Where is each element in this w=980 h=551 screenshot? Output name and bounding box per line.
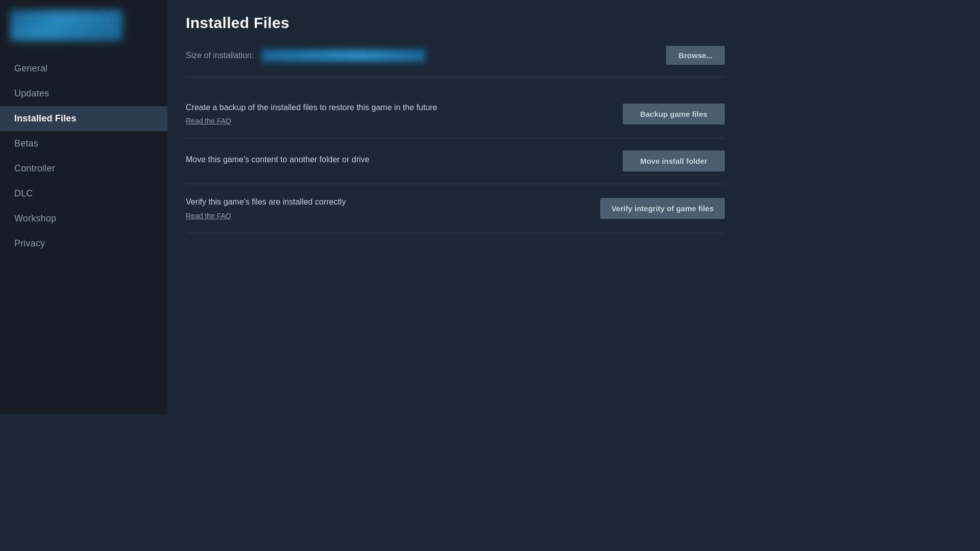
size-row: Size of installation: Browse... (186, 46, 725, 78)
action-description-backup: Create a backup of the installed files t… (186, 102, 610, 113)
action-button-backup[interactable]: Backup game files (623, 104, 725, 124)
sidebar: GeneralUpdatesInstalled FilesBetasContro… (0, 0, 167, 414)
action-button-move[interactable]: Move install folder (623, 151, 725, 171)
size-label: Size of installation: (186, 51, 254, 60)
game-logo (10, 10, 122, 41)
action-faq-link-backup[interactable]: Read the FAQ (186, 117, 231, 125)
size-value-blurred (262, 49, 425, 62)
sidebar-item-controller[interactable]: Controller (0, 156, 167, 181)
sidebar-item-betas[interactable]: Betas (0, 131, 167, 156)
action-info-move: Move this game's content to another fold… (186, 154, 610, 168)
action-description-move: Move this game's content to another fold… (186, 154, 610, 165)
action-info-verify: Verify this game's files are installed c… (186, 196, 588, 220)
sidebar-item-dlc[interactable]: DLC (0, 181, 167, 206)
sidebar-logo-area (0, 0, 167, 51)
browse-button[interactable]: Browse... (666, 46, 725, 65)
sidebar-item-privacy[interactable]: Privacy (0, 231, 167, 256)
sidebar-item-workshop[interactable]: Workshop (0, 206, 167, 231)
action-info-backup: Create a backup of the installed files t… (186, 102, 610, 126)
sidebar-nav: GeneralUpdatesInstalled FilesBetasContro… (0, 51, 167, 261)
action-row-verify: Verify this game's files are installed c… (186, 184, 725, 233)
page-title: Installed Files (186, 14, 725, 32)
main-content: Installed Files Size of installation: Br… (167, 0, 743, 414)
action-button-verify[interactable]: Verify integrity of game files (600, 198, 725, 219)
action-row-move: Move this game's content to another fold… (186, 138, 725, 184)
sidebar-item-updates[interactable]: Updates (0, 81, 167, 106)
action-row-backup: Create a backup of the installed files t… (186, 90, 725, 138)
sidebar-item-installed-files[interactable]: Installed Files (0, 106, 167, 131)
action-rows-container: Create a backup of the installed files t… (186, 90, 725, 233)
action-faq-link-verify[interactable]: Read the FAQ (186, 212, 231, 220)
action-description-verify: Verify this game's files are installed c… (186, 196, 588, 208)
sidebar-item-general[interactable]: General (0, 56, 167, 81)
